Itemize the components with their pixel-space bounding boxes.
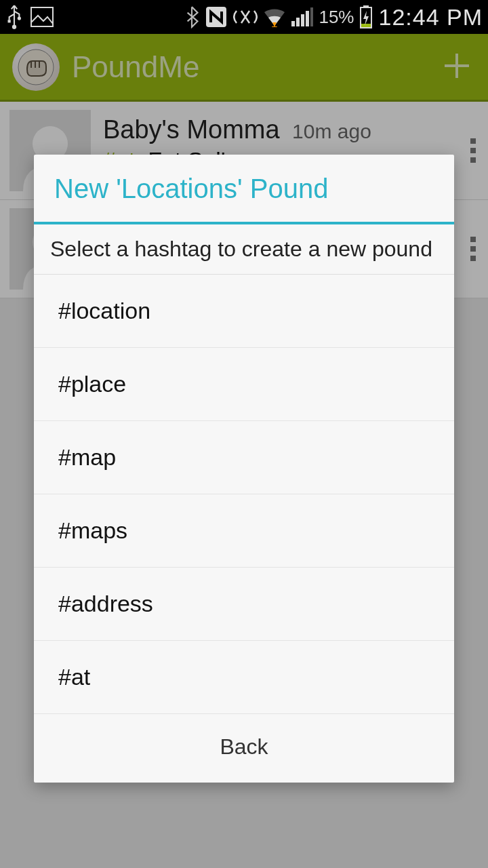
- usb-icon: [5, 4, 23, 30]
- svg-point-2: [18, 16, 21, 20]
- hashtag-option-map[interactable]: #map: [34, 421, 454, 494]
- svg-point-0: [12, 25, 16, 29]
- image-icon: [30, 6, 54, 28]
- svg-rect-6: [296, 18, 300, 26]
- hashtag-option-address[interactable]: #address: [34, 568, 454, 641]
- hashtag-list: #location #place #map #maps #address #at: [34, 275, 454, 714]
- svg-rect-12: [361, 24, 371, 27]
- vibrate-icon: [233, 7, 258, 27]
- new-pound-dialog: New 'Locations' Pound Select a hashtag t…: [34, 155, 454, 783]
- bluetooth-icon: [184, 5, 199, 28]
- dialog-prompt: Select a hashtag to create a new pound: [34, 224, 454, 275]
- svg-rect-1: [8, 20, 11, 22]
- battery-icon: [359, 5, 373, 28]
- hashtag-option-maps[interactable]: #maps: [34, 494, 454, 568]
- nfc-icon: [205, 5, 228, 28]
- back-button[interactable]: Back: [34, 714, 454, 783]
- hashtag-option-place[interactable]: #place: [34, 348, 454, 421]
- svg-rect-7: [301, 14, 304, 26]
- dialog-title: New 'Locations' Pound: [34, 155, 454, 222]
- clock-text: 12:44 PM: [378, 4, 483, 31]
- svg-rect-3: [31, 7, 53, 26]
- signal-icon: [291, 7, 313, 26]
- svg-rect-9: [310, 7, 313, 26]
- status-bar: 15% 12:44 PM: [0, 0, 488, 34]
- battery-text: 15%: [319, 7, 354, 28]
- svg-rect-8: [306, 11, 309, 26]
- svg-rect-5: [291, 21, 295, 26]
- wifi-icon: [263, 7, 286, 27]
- hashtag-option-at[interactable]: #at: [34, 641, 454, 714]
- hashtag-option-location[interactable]: #location: [34, 275, 454, 348]
